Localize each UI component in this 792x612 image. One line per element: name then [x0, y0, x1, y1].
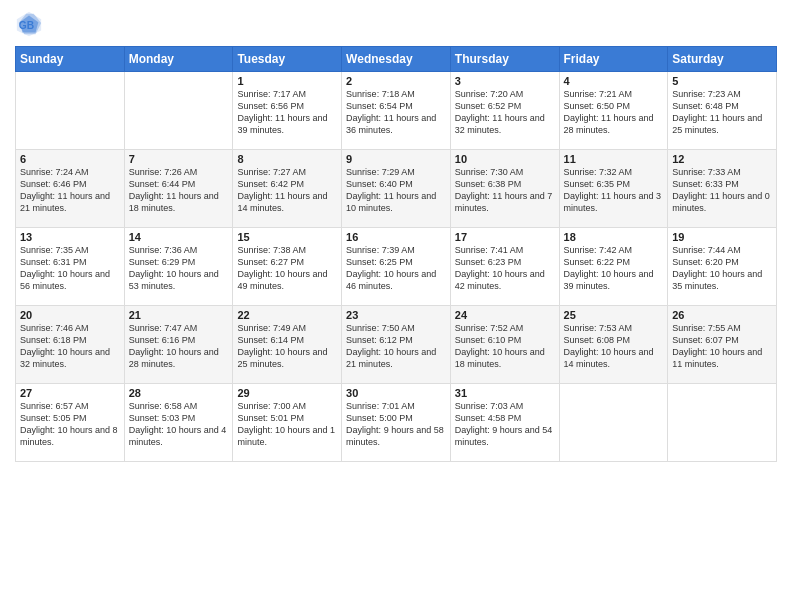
day-number: 29	[237, 387, 337, 399]
day-cell: 22Sunrise: 7:49 AM Sunset: 6:14 PM Dayli…	[233, 306, 342, 384]
day-cell: 26Sunrise: 7:55 AM Sunset: 6:07 PM Dayli…	[668, 306, 777, 384]
day-info: Sunrise: 7:44 AM Sunset: 6:20 PM Dayligh…	[672, 244, 772, 293]
weekday-header-friday: Friday	[559, 47, 668, 72]
day-cell: 2Sunrise: 7:18 AM Sunset: 6:54 PM Daylig…	[342, 72, 451, 150]
day-number: 3	[455, 75, 555, 87]
header: GB	[15, 10, 777, 38]
day-info: Sunrise: 7:49 AM Sunset: 6:14 PM Dayligh…	[237, 322, 337, 371]
week-row-5: 27Sunrise: 6:57 AM Sunset: 5:05 PM Dayli…	[16, 384, 777, 462]
day-number: 23	[346, 309, 446, 321]
day-info: Sunrise: 7:52 AM Sunset: 6:10 PM Dayligh…	[455, 322, 555, 371]
day-info: Sunrise: 7:29 AM Sunset: 6:40 PM Dayligh…	[346, 166, 446, 215]
day-info: Sunrise: 7:50 AM Sunset: 6:12 PM Dayligh…	[346, 322, 446, 371]
day-number: 31	[455, 387, 555, 399]
day-cell: 5Sunrise: 7:23 AM Sunset: 6:48 PM Daylig…	[668, 72, 777, 150]
day-cell: 19Sunrise: 7:44 AM Sunset: 6:20 PM Dayli…	[668, 228, 777, 306]
day-info: Sunrise: 7:53 AM Sunset: 6:08 PM Dayligh…	[564, 322, 664, 371]
day-info: Sunrise: 7:42 AM Sunset: 6:22 PM Dayligh…	[564, 244, 664, 293]
day-info: Sunrise: 7:03 AM Sunset: 4:58 PM Dayligh…	[455, 400, 555, 449]
day-number: 14	[129, 231, 229, 243]
day-cell: 28Sunrise: 6:58 AM Sunset: 5:03 PM Dayli…	[124, 384, 233, 462]
weekday-header-sunday: Sunday	[16, 47, 125, 72]
day-number: 17	[455, 231, 555, 243]
page: GB SundayMondayTuesdayWednesdayThursdayF…	[0, 0, 792, 612]
day-number: 27	[20, 387, 120, 399]
day-info: Sunrise: 7:01 AM Sunset: 5:00 PM Dayligh…	[346, 400, 446, 449]
day-number: 28	[129, 387, 229, 399]
day-number: 5	[672, 75, 772, 87]
day-info: Sunrise: 7:17 AM Sunset: 6:56 PM Dayligh…	[237, 88, 337, 137]
day-info: Sunrise: 7:20 AM Sunset: 6:52 PM Dayligh…	[455, 88, 555, 137]
day-info: Sunrise: 6:57 AM Sunset: 5:05 PM Dayligh…	[20, 400, 120, 449]
svg-text:GB: GB	[19, 20, 34, 31]
day-number: 21	[129, 309, 229, 321]
logo-icon: GB	[15, 10, 43, 38]
day-info: Sunrise: 7:39 AM Sunset: 6:25 PM Dayligh…	[346, 244, 446, 293]
day-number: 20	[20, 309, 120, 321]
day-number: 25	[564, 309, 664, 321]
day-info: Sunrise: 7:26 AM Sunset: 6:44 PM Dayligh…	[129, 166, 229, 215]
day-cell: 30Sunrise: 7:01 AM Sunset: 5:00 PM Dayli…	[342, 384, 451, 462]
day-number: 13	[20, 231, 120, 243]
day-cell	[124, 72, 233, 150]
day-number: 7	[129, 153, 229, 165]
weekday-header-row: SundayMondayTuesdayWednesdayThursdayFrid…	[16, 47, 777, 72]
day-info: Sunrise: 7:55 AM Sunset: 6:07 PM Dayligh…	[672, 322, 772, 371]
day-info: Sunrise: 7:41 AM Sunset: 6:23 PM Dayligh…	[455, 244, 555, 293]
day-number: 10	[455, 153, 555, 165]
day-cell: 3Sunrise: 7:20 AM Sunset: 6:52 PM Daylig…	[450, 72, 559, 150]
day-info: Sunrise: 7:30 AM Sunset: 6:38 PM Dayligh…	[455, 166, 555, 215]
weekday-header-wednesday: Wednesday	[342, 47, 451, 72]
day-number: 16	[346, 231, 446, 243]
day-info: Sunrise: 7:36 AM Sunset: 6:29 PM Dayligh…	[129, 244, 229, 293]
day-info: Sunrise: 7:33 AM Sunset: 6:33 PM Dayligh…	[672, 166, 772, 215]
day-number: 19	[672, 231, 772, 243]
day-cell: 31Sunrise: 7:03 AM Sunset: 4:58 PM Dayli…	[450, 384, 559, 462]
day-cell: 1Sunrise: 7:17 AM Sunset: 6:56 PM Daylig…	[233, 72, 342, 150]
week-row-1: 1Sunrise: 7:17 AM Sunset: 6:56 PM Daylig…	[16, 72, 777, 150]
day-info: Sunrise: 7:24 AM Sunset: 6:46 PM Dayligh…	[20, 166, 120, 215]
day-cell	[559, 384, 668, 462]
day-cell: 21Sunrise: 7:47 AM Sunset: 6:16 PM Dayli…	[124, 306, 233, 384]
day-cell: 27Sunrise: 6:57 AM Sunset: 5:05 PM Dayli…	[16, 384, 125, 462]
day-number: 24	[455, 309, 555, 321]
day-number: 4	[564, 75, 664, 87]
day-number: 11	[564, 153, 664, 165]
day-info: Sunrise: 7:21 AM Sunset: 6:50 PM Dayligh…	[564, 88, 664, 137]
day-cell: 18Sunrise: 7:42 AM Sunset: 6:22 PM Dayli…	[559, 228, 668, 306]
day-info: Sunrise: 7:23 AM Sunset: 6:48 PM Dayligh…	[672, 88, 772, 137]
week-row-4: 20Sunrise: 7:46 AM Sunset: 6:18 PM Dayli…	[16, 306, 777, 384]
day-number: 26	[672, 309, 772, 321]
day-number: 2	[346, 75, 446, 87]
day-number: 6	[20, 153, 120, 165]
day-info: Sunrise: 7:38 AM Sunset: 6:27 PM Dayligh…	[237, 244, 337, 293]
weekday-header-tuesday: Tuesday	[233, 47, 342, 72]
day-info: Sunrise: 7:27 AM Sunset: 6:42 PM Dayligh…	[237, 166, 337, 215]
weekday-header-monday: Monday	[124, 47, 233, 72]
weekday-header-thursday: Thursday	[450, 47, 559, 72]
day-info: Sunrise: 7:18 AM Sunset: 6:54 PM Dayligh…	[346, 88, 446, 137]
day-cell	[16, 72, 125, 150]
day-cell: 7Sunrise: 7:26 AM Sunset: 6:44 PM Daylig…	[124, 150, 233, 228]
day-info: Sunrise: 7:46 AM Sunset: 6:18 PM Dayligh…	[20, 322, 120, 371]
day-number: 30	[346, 387, 446, 399]
day-number: 18	[564, 231, 664, 243]
day-number: 15	[237, 231, 337, 243]
day-cell	[668, 384, 777, 462]
day-cell: 12Sunrise: 7:33 AM Sunset: 6:33 PM Dayli…	[668, 150, 777, 228]
day-cell: 6Sunrise: 7:24 AM Sunset: 6:46 PM Daylig…	[16, 150, 125, 228]
day-cell: 14Sunrise: 7:36 AM Sunset: 6:29 PM Dayli…	[124, 228, 233, 306]
day-cell: 16Sunrise: 7:39 AM Sunset: 6:25 PM Dayli…	[342, 228, 451, 306]
day-number: 9	[346, 153, 446, 165]
day-info: Sunrise: 7:47 AM Sunset: 6:16 PM Dayligh…	[129, 322, 229, 371]
day-number: 12	[672, 153, 772, 165]
day-cell: 8Sunrise: 7:27 AM Sunset: 6:42 PM Daylig…	[233, 150, 342, 228]
day-info: Sunrise: 6:58 AM Sunset: 5:03 PM Dayligh…	[129, 400, 229, 449]
logo: GB	[15, 10, 47, 38]
week-row-3: 13Sunrise: 7:35 AM Sunset: 6:31 PM Dayli…	[16, 228, 777, 306]
day-info: Sunrise: 7:32 AM Sunset: 6:35 PM Dayligh…	[564, 166, 664, 215]
day-cell: 29Sunrise: 7:00 AM Sunset: 5:01 PM Dayli…	[233, 384, 342, 462]
day-cell: 25Sunrise: 7:53 AM Sunset: 6:08 PM Dayli…	[559, 306, 668, 384]
day-number: 8	[237, 153, 337, 165]
day-info: Sunrise: 7:00 AM Sunset: 5:01 PM Dayligh…	[237, 400, 337, 449]
